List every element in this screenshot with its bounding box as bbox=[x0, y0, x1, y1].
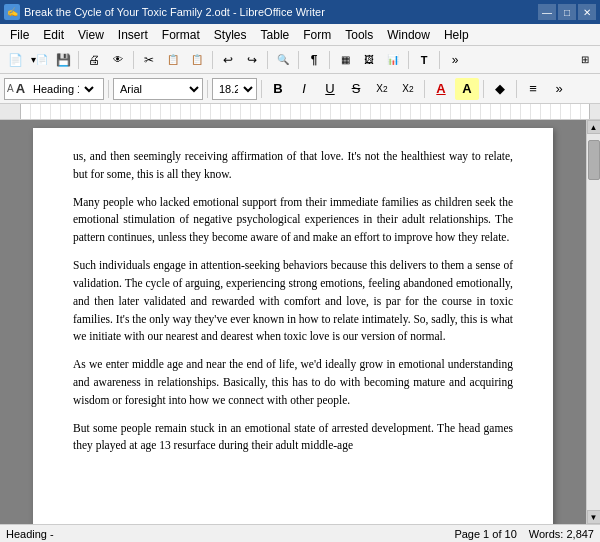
big-a-icon: A bbox=[16, 81, 25, 96]
title-bar-left: ✍ Break the Cycle of Your Toxic Family 2… bbox=[4, 4, 325, 20]
document-text: us, and then seemingly receiving affirma… bbox=[73, 148, 513, 455]
open-button[interactable]: ▾📄 bbox=[28, 49, 50, 71]
window-title: Break the Cycle of Your Toxic Family 2.o… bbox=[24, 6, 325, 18]
subscript-button[interactable]: X2 bbox=[396, 78, 420, 100]
paragraph-style-select[interactable]: Heading 1 Default Heading 2 Body Text bbox=[27, 78, 97, 100]
menu-format[interactable]: Format bbox=[156, 26, 206, 44]
scroll-track[interactable] bbox=[588, 135, 600, 509]
character-shade-button[interactable]: ◆ bbox=[488, 78, 512, 100]
copy-button[interactable]: 📋 bbox=[162, 49, 184, 71]
print-button[interactable]: 🖨 bbox=[83, 49, 105, 71]
app-icon: ✍ bbox=[4, 4, 20, 20]
print-preview-button[interactable]: 👁 bbox=[107, 49, 129, 71]
menu-styles[interactable]: Styles bbox=[208, 26, 253, 44]
redo-button[interactable]: ↪ bbox=[241, 49, 263, 71]
sep3 bbox=[212, 51, 213, 69]
font-size-select[interactable]: 18.2 10 12 14 16 18 24 bbox=[212, 78, 257, 100]
toolbar-standard: 📄 ▾📄 💾 🖨 👁 ✂ 📋 📋 ↩ ↪ 🔍 ¶ ▦ 🖼 📊 T » ⊞ bbox=[0, 46, 600, 74]
title-bar: ✍ Break the Cycle of Your Toxic Family 2… bbox=[0, 0, 600, 24]
toolbar-formatting: A A Heading 1 Default Heading 2 Body Tex… bbox=[0, 74, 600, 104]
minimize-button[interactable]: — bbox=[538, 4, 556, 20]
undo-button[interactable]: ↩ bbox=[217, 49, 239, 71]
strikethrough-button[interactable]: S bbox=[344, 78, 368, 100]
vertical-scrollbar: ▲ ▼ bbox=[586, 120, 600, 524]
sep8 bbox=[439, 51, 440, 69]
sep-fmt2 bbox=[207, 80, 208, 98]
ruler-inner bbox=[20, 104, 590, 119]
document-page: us, and then seemingly receiving affirma… bbox=[33, 128, 553, 524]
menu-form[interactable]: Form bbox=[297, 26, 337, 44]
paragraph-5: But some people remain stuck in an emoti… bbox=[73, 420, 513, 456]
main-content-area: us, and then seemingly receiving affirma… bbox=[0, 120, 600, 524]
sep-fmt3 bbox=[261, 80, 262, 98]
textbox-button[interactable]: T bbox=[413, 49, 435, 71]
style-dropdown-container[interactable]: A A Heading 1 Default Heading 2 Body Tex… bbox=[4, 78, 104, 100]
menu-file[interactable]: File bbox=[4, 26, 35, 44]
page-count: Page 1 of 10 bbox=[454, 528, 516, 540]
font-family-select[interactable]: Arial Times New Roman Calibri bbox=[113, 78, 203, 100]
word-count: Words: 2,847 bbox=[529, 528, 594, 540]
small-a-icon: A bbox=[7, 83, 14, 94]
paragraph-4: As we enter middle age and near the end … bbox=[73, 356, 513, 409]
more-toolbar1-button[interactable]: » bbox=[444, 49, 466, 71]
paragraph-2: Many people who lacked emotional support… bbox=[73, 194, 513, 247]
sidebar-toggle-button[interactable]: ⊞ bbox=[574, 49, 596, 71]
paste-button[interactable]: 📋 bbox=[186, 49, 208, 71]
save-button[interactable]: 💾 bbox=[52, 49, 74, 71]
italic-button[interactable]: I bbox=[292, 78, 316, 100]
sep5 bbox=[298, 51, 299, 69]
sep-fmt1 bbox=[108, 80, 109, 98]
menu-bar: File Edit View Insert Format Styles Tabl… bbox=[0, 24, 600, 46]
menu-table[interactable]: Table bbox=[255, 26, 296, 44]
window-controls[interactable]: — □ ✕ bbox=[538, 4, 596, 20]
cut-button[interactable]: ✂ bbox=[138, 49, 160, 71]
scroll-up-button[interactable]: ▲ bbox=[587, 120, 601, 134]
scroll-thumb[interactable] bbox=[588, 140, 600, 180]
ruler bbox=[0, 104, 600, 120]
menu-tools[interactable]: Tools bbox=[339, 26, 379, 44]
underline-button[interactable]: U bbox=[318, 78, 342, 100]
menu-insert[interactable]: Insert bbox=[112, 26, 154, 44]
sep-fmt5 bbox=[483, 80, 484, 98]
image-button[interactable]: 🖼 bbox=[358, 49, 380, 71]
find-button[interactable]: 🔍 bbox=[272, 49, 294, 71]
sep-fmt4 bbox=[424, 80, 425, 98]
chart-button[interactable]: 📊 bbox=[382, 49, 404, 71]
sep4 bbox=[267, 51, 268, 69]
sep1 bbox=[78, 51, 79, 69]
document-scroll-area[interactable]: us, and then seemingly receiving affirma… bbox=[0, 120, 586, 524]
sep2 bbox=[133, 51, 134, 69]
maximize-button[interactable]: □ bbox=[558, 4, 576, 20]
highlight-button[interactable]: A bbox=[455, 78, 479, 100]
new-doc-button[interactable]: 📄 bbox=[4, 49, 26, 71]
bold-button[interactable]: B bbox=[266, 78, 290, 100]
menu-window[interactable]: Window bbox=[381, 26, 436, 44]
menu-help[interactable]: Help bbox=[438, 26, 475, 44]
status-bar: Heading - Page 1 of 10 Words: 2,847 bbox=[0, 524, 600, 542]
paragraph-align-button[interactable]: ≡ bbox=[521, 78, 545, 100]
more-formatting-button[interactable]: » bbox=[547, 78, 571, 100]
close-button[interactable]: ✕ bbox=[578, 4, 596, 20]
heading-status: Heading - bbox=[6, 528, 54, 540]
paragraph-1: us, and then seemingly receiving affirma… bbox=[73, 148, 513, 184]
sep-fmt6 bbox=[516, 80, 517, 98]
sep7 bbox=[408, 51, 409, 69]
superscript-button[interactable]: X2 bbox=[370, 78, 394, 100]
sep6 bbox=[329, 51, 330, 69]
menu-view[interactable]: View bbox=[72, 26, 110, 44]
menu-edit[interactable]: Edit bbox=[37, 26, 70, 44]
font-color-button[interactable]: A bbox=[429, 78, 453, 100]
paragraph-3: Such individuals engage in attention-see… bbox=[73, 257, 513, 346]
table-button[interactable]: ▦ bbox=[334, 49, 356, 71]
scroll-down-button[interactable]: ▼ bbox=[587, 510, 601, 524]
paragraph-marks-button[interactable]: ¶ bbox=[303, 49, 325, 71]
